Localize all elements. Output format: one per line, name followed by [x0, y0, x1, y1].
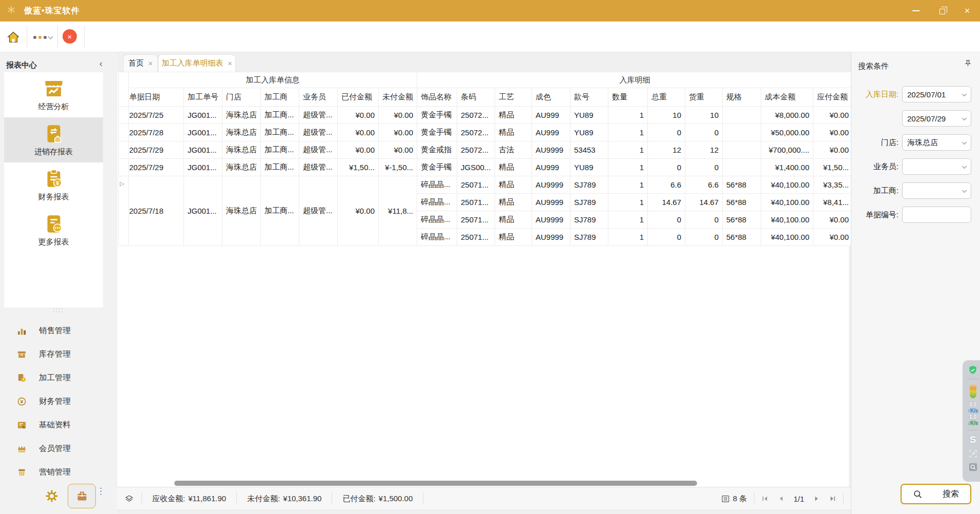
tab-processing-inbound-report[interactable]: 加工入库单明细表 ×	[158, 54, 236, 72]
receivable-total: 应收金额: ¥11,861.90	[149, 494, 229, 504]
processor-select[interactable]	[902, 182, 971, 199]
sidebar-item-processing[interactable]: 加工管理	[0, 366, 117, 389]
panel-drag-handle[interactable]: ::::	[0, 307, 117, 313]
table-cell: 25071...	[457, 229, 495, 246]
table-cell: 1	[608, 211, 648, 229]
search-tool-icon[interactable]	[968, 462, 978, 472]
pagination: 1/1	[762, 495, 836, 503]
column-header[interactable]: 业务员	[299, 88, 338, 107]
table-row[interactable]: 2025/7/25JG001...海珠总店加工商...超级管...¥0.00¥0…	[119, 107, 853, 124]
sidebar-item-more-reports[interactable]: 更多报表	[4, 208, 103, 253]
floating-security-widget: 0.0 ↑K/s 1.0 ↓K/s S	[963, 360, 980, 482]
sidebar-item-finance[interactable]: ¥ 财务管理	[0, 389, 117, 413]
dot-icon	[44, 36, 47, 39]
table-cell: YU89	[570, 159, 608, 176]
home-button[interactable]	[4, 30, 23, 45]
sidebar-item-sales[interactable]: 销售管理	[0, 319, 117, 342]
column-header[interactable]: 单据日期	[129, 88, 184, 107]
table-cell: 加工商...	[261, 107, 299, 124]
tab-label: 首页	[128, 58, 144, 68]
screenshot-icon[interactable]	[968, 449, 978, 459]
row-indicator	[119, 141, 129, 159]
restore-button[interactable]	[929, 0, 954, 22]
store-select[interactable]: 海珠总店	[902, 134, 971, 151]
status-capsule-icon[interactable]	[970, 383, 976, 398]
module-menu: 销售管理 库存管理 加工管理 ¥ 财务管理 基础资料 会员管理 营销管理	[0, 319, 117, 484]
prev-page-icon[interactable]	[778, 495, 785, 502]
table-cell: ¥1,400.00	[761, 159, 813, 176]
table-cell: ¥11,8...	[379, 176, 417, 246]
browser-logo-icon[interactable]: S	[970, 434, 976, 445]
table-cell: 56*88	[723, 194, 761, 211]
table-cell: 精品	[495, 124, 532, 141]
close-button[interactable]: ×	[954, 0, 980, 22]
column-header[interactable]: 已付金额	[338, 88, 379, 107]
tab-home[interactable]: 首页 ×	[123, 54, 158, 72]
column-header[interactable]: 款号	[570, 88, 608, 107]
table-cell: ¥40,100.00	[761, 194, 813, 211]
column-header[interactable]: 加工商	[261, 88, 299, 107]
sidebar-item-finance-reports[interactable]: ¥ 财务报表	[4, 162, 103, 208]
column-header[interactable]: 门店	[222, 88, 261, 107]
table-cell	[723, 107, 761, 124]
column-header[interactable]: 成色	[532, 88, 570, 107]
column-header[interactable]: 饰品名称	[417, 88, 457, 107]
table-cell: 25071...	[457, 194, 495, 211]
sync-report-icon	[44, 124, 64, 144]
column-header[interactable]: 规格	[723, 88, 761, 107]
sidebar-item-basic-data[interactable]: 基础资料	[0, 413, 117, 437]
table-cell: 0	[685, 124, 723, 141]
column-header[interactable]: 数量	[608, 88, 648, 107]
more-tools-dropdown[interactable]	[30, 30, 55, 45]
document-number-input[interactable]	[902, 207, 971, 223]
table-cell: 14.67	[648, 194, 685, 211]
date-to-select[interactable]: 2025/07/29	[902, 110, 971, 127]
minimize-button[interactable]	[903, 0, 929, 22]
close-all-button[interactable]: ×	[63, 29, 79, 46]
salesperson-select[interactable]	[902, 158, 971, 175]
chevron-down-icon	[962, 116, 967, 120]
column-header[interactable]: 总重	[648, 88, 685, 107]
horizontal-scrollbar-thumb[interactable]	[174, 481, 697, 486]
dot-icon	[33, 36, 36, 39]
close-tab-icon[interactable]: ×	[148, 59, 152, 68]
sidebar-item-business-analysis[interactable]: 经营分析	[4, 72, 103, 117]
column-header[interactable]: 工艺	[495, 88, 532, 107]
shield-check-icon[interactable]	[968, 365, 978, 375]
table-row[interactable]: 2025/7/29JG001...海珠总店加工商...超级管...¥1,50..…	[119, 159, 853, 176]
pin-panel-icon[interactable]	[964, 59, 972, 67]
column-header[interactable]: 应付金额	[813, 88, 853, 107]
column-header[interactable]: 成本金额	[761, 88, 813, 107]
more-options-icon[interactable]: ⋮	[96, 489, 105, 494]
close-tab-icon[interactable]: ×	[228, 59, 232, 68]
collapse-sidebar-icon[interactable]: ‹	[99, 58, 103, 69]
table-cell: 超级管...	[299, 176, 338, 246]
column-header[interactable]: 货重	[685, 88, 723, 107]
table-cell: 精品	[495, 176, 532, 194]
column-header[interactable]: 未付金额	[379, 88, 417, 107]
table-cell: SJ789	[570, 194, 608, 211]
row-expand-arrow-icon[interactable]: ▷	[119, 176, 129, 246]
table-row[interactable]: ▷2025/7/18JG001...海珠总店加工商...超级管...¥0.00¥…	[119, 176, 853, 194]
last-page-icon[interactable]	[829, 495, 836, 502]
search-button[interactable]: 搜索	[901, 484, 971, 504]
storefront-chart-icon	[44, 78, 64, 99]
toolbox-button[interactable]	[68, 484, 96, 508]
layers-icon[interactable]	[124, 494, 134, 504]
column-header[interactable]: 加工单号	[184, 88, 222, 107]
table-cell: 1	[608, 159, 648, 176]
next-page-icon[interactable]	[813, 495, 820, 502]
sidebar-item-members[interactable]: 会员管理	[0, 437, 117, 460]
date-from-select[interactable]: 2025/07/01	[902, 86, 971, 102]
table-cell: 加工商...	[261, 141, 299, 159]
sidebar-item-inventory[interactable]: 库存管理	[0, 342, 117, 366]
sidebar-item-marketing[interactable]: 营销管理	[0, 460, 117, 484]
sidebar-item-inventory-reports[interactable]: 进销存报表	[4, 117, 103, 162]
first-page-icon[interactable]	[762, 495, 769, 502]
table-row[interactable]: 2025/7/29JG001...海珠总店加工商...超级管...¥0.00¥0…	[119, 141, 853, 159]
table-row[interactable]: 2025/7/28JG001...海珠总店加工商...超级管...¥0.00¥0…	[119, 124, 853, 141]
settings-button[interactable]	[45, 489, 58, 503]
column-header[interactable]: 条码	[457, 88, 495, 107]
gift-basket-icon	[17, 467, 27, 477]
table-cell: ¥0.00	[813, 141, 853, 159]
